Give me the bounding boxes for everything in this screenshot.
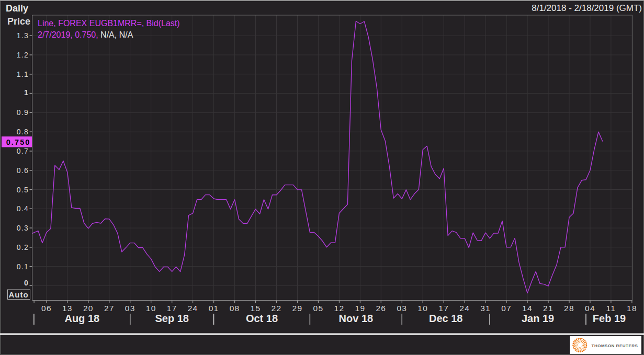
svg-text:Dec 18: Dec 18 <box>429 313 463 324</box>
svg-text:0.1: 0.1 <box>17 262 29 271</box>
svg-text:1: 1 <box>24 88 29 97</box>
svg-text:14: 14 <box>522 304 533 313</box>
svg-text:18: 18 <box>627 304 637 313</box>
svg-text:Price: Price <box>7 16 30 27</box>
svg-text:1.1: 1.1 <box>17 70 29 78</box>
svg-text:01: 01 <box>209 304 219 313</box>
svg-text:22: 22 <box>272 304 282 313</box>
svg-text:THOMSON REUTERS: THOMSON REUTERS <box>592 343 638 348</box>
svg-text:06: 06 <box>41 304 52 313</box>
svg-text:15: 15 <box>251 304 261 313</box>
svg-text:0.7: 0.7 <box>17 147 29 155</box>
svg-text:24: 24 <box>459 304 470 313</box>
svg-text:17: 17 <box>167 304 177 313</box>
svg-text:08: 08 <box>230 304 240 313</box>
svg-text:0.4: 0.4 <box>17 204 29 213</box>
svg-text:Nov 18: Nov 18 <box>339 313 374 324</box>
svg-text:26: 26 <box>376 304 386 313</box>
svg-text:07: 07 <box>501 304 512 313</box>
svg-text:11: 11 <box>606 304 616 313</box>
svg-text:29: 29 <box>292 304 303 313</box>
svg-text:0: 0 <box>24 279 29 287</box>
svg-text:05: 05 <box>313 304 323 313</box>
svg-text:20: 20 <box>83 304 94 313</box>
svg-text:03: 03 <box>397 304 407 313</box>
svg-text:04: 04 <box>585 304 595 313</box>
svg-text:0.2: 0.2 <box>17 243 29 251</box>
svg-text:0.8: 0.8 <box>17 128 29 136</box>
svg-text:0.750: 0.750 <box>6 138 31 146</box>
svg-text:1.2: 1.2 <box>17 51 29 59</box>
svg-text:Daily: Daily <box>6 3 28 14</box>
svg-text:Jan 19: Jan 19 <box>522 313 554 324</box>
svg-text:10: 10 <box>417 304 428 313</box>
svg-text:Line, FOREX EUGB1MRR=, Bid(Las: Line, FOREX EUGB1MRR=, Bid(Last) <box>38 19 180 28</box>
svg-text:28: 28 <box>564 304 574 313</box>
svg-text:21: 21 <box>543 304 553 313</box>
svg-text:Aug 18: Aug 18 <box>64 313 99 324</box>
svg-text:31: 31 <box>480 304 491 313</box>
svg-text:8/1/2018 - 2/18/2019 (GMT): 8/1/2018 - 2/18/2019 (GMT) <box>532 3 642 13</box>
svg-text:0.5: 0.5 <box>17 186 29 194</box>
svg-text:2/7/2019, 0.750, N/A, N/A: 2/7/2019, 0.750, N/A, N/A <box>38 30 133 39</box>
svg-text:10: 10 <box>146 304 156 313</box>
svg-text:0.3: 0.3 <box>17 224 29 232</box>
svg-text:1.3: 1.3 <box>17 31 29 40</box>
svg-text:0.9: 0.9 <box>17 108 29 117</box>
svg-text:17: 17 <box>438 304 449 313</box>
svg-text:24: 24 <box>188 304 198 313</box>
svg-text:0.6: 0.6 <box>17 166 29 175</box>
svg-text:13: 13 <box>62 304 73 313</box>
svg-text:Sep 18: Sep 18 <box>155 313 188 324</box>
svg-text:19: 19 <box>355 304 365 313</box>
svg-text:12: 12 <box>334 304 344 313</box>
svg-text:Auto: Auto <box>9 290 29 299</box>
svg-text:27: 27 <box>104 304 115 313</box>
svg-text:Feb 19: Feb 19 <box>593 313 626 324</box>
svg-text:Oct 18: Oct 18 <box>246 313 278 324</box>
svg-text:03: 03 <box>125 304 135 313</box>
